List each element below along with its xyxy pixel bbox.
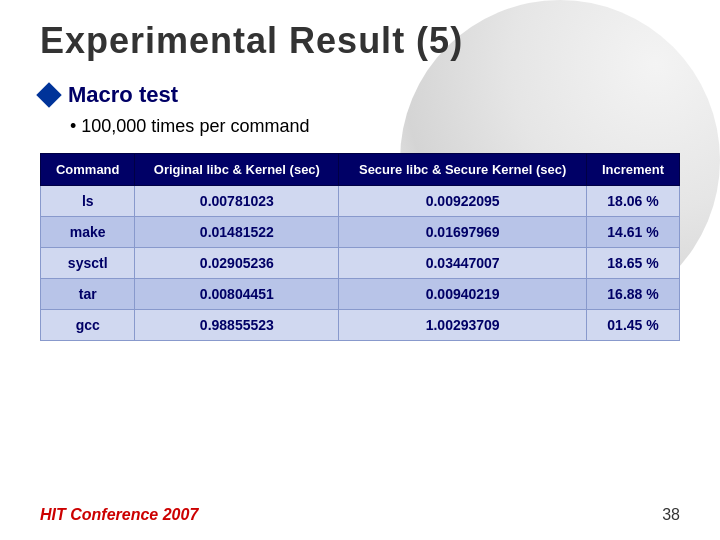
table-cell-r3-c2: 0.00940219 — [339, 279, 587, 310]
col-header-command: Command — [41, 154, 135, 186]
table-row: make0.014815220.0169796914.61 % — [41, 217, 680, 248]
table-cell-r0-c2: 0.00922095 — [339, 186, 587, 217]
page-title: Experimental Result (5) — [40, 20, 680, 62]
macro-title: Macro test — [68, 82, 178, 108]
section-header: Macro test — [40, 82, 680, 108]
table-body: ls0.007810230.0092209518.06 %make0.01481… — [41, 186, 680, 341]
results-table-container: Command Original libc & Kernel (sec) Sec… — [40, 153, 680, 341]
table-header-row: Command Original libc & Kernel (sec) Sec… — [41, 154, 680, 186]
table-cell-r1-c3: 14.61 % — [587, 217, 680, 248]
table-cell-r1-c2: 0.01697969 — [339, 217, 587, 248]
table-cell-r3-c1: 0.00804451 — [135, 279, 339, 310]
sub-bullet: • 100,000 times per command — [70, 116, 680, 137]
table-cell-r1-c1: 0.01481522 — [135, 217, 339, 248]
footer-logo: HIT Conference 2007 — [40, 506, 198, 524]
table-cell-r4-c2: 1.00293709 — [339, 310, 587, 341]
table-row: ls0.007810230.0092209518.06 % — [41, 186, 680, 217]
table-cell-r4-c1: 0.98855523 — [135, 310, 339, 341]
results-table: Command Original libc & Kernel (sec) Sec… — [40, 153, 680, 341]
table-cell-r2-c3: 18.65 % — [587, 248, 680, 279]
table-cell-r0-c3: 18.06 % — [587, 186, 680, 217]
col-header-increment: Increment — [587, 154, 680, 186]
page-number: 38 — [662, 506, 680, 524]
bullet-diamond-icon — [36, 82, 61, 107]
table-cell-r4-c3: 01.45 % — [587, 310, 680, 341]
col-header-original: Original libc & Kernel (sec) — [135, 154, 339, 186]
table-cell-r2-c2: 0.03447007 — [339, 248, 587, 279]
table-cell-r2-c0: sysctl — [41, 248, 135, 279]
table-row: sysctl0.029052360.0344700718.65 % — [41, 248, 680, 279]
col-header-secure: Secure libc & Secure Kernel (sec) — [339, 154, 587, 186]
table-cell-r3-c0: tar — [41, 279, 135, 310]
table-cell-r4-c0: gcc — [41, 310, 135, 341]
table-cell-r0-c0: ls — [41, 186, 135, 217]
table-cell-r0-c1: 0.00781023 — [135, 186, 339, 217]
table-cell-r1-c0: make — [41, 217, 135, 248]
table-cell-r3-c3: 16.88 % — [587, 279, 680, 310]
table-cell-r2-c1: 0.02905236 — [135, 248, 339, 279]
table-row: gcc0.988555231.0029370901.45 % — [41, 310, 680, 341]
table-row: tar0.008044510.0094021916.88 % — [41, 279, 680, 310]
